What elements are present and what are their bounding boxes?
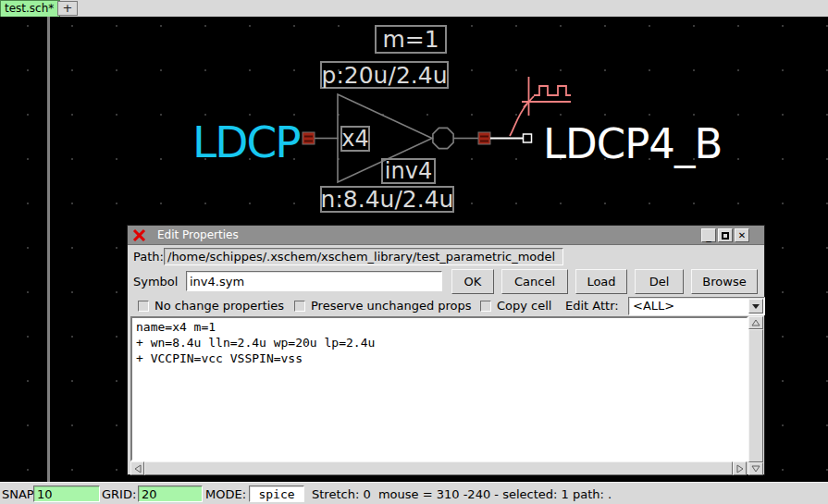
no-change-properties-checkbox[interactable]	[138, 301, 149, 312]
close-button[interactable]: ✕	[735, 228, 749, 242]
xschem-logo-icon	[132, 228, 146, 242]
maximize-icon	[722, 232, 729, 240]
scroll-left-icon[interactable]	[130, 461, 144, 475]
horizontal-scrollbar[interactable]	[130, 461, 747, 475]
no-change-properties-label: No change properties	[154, 299, 284, 313]
edit-properties-dialog: Edit Properties _ ✕ Path: /home/schippes…	[127, 225, 765, 475]
status-bar: SNAP: GRID: MODE: Stretch: 0 mouse = 310…	[0, 482, 828, 504]
snap-input[interactable]	[33, 486, 100, 502]
param-label-m[interactable]: m=1	[375, 25, 447, 54]
input-pin	[303, 132, 315, 144]
status-info-text: Stretch: 0 mouse = 310 -240 - selected: …	[312, 487, 612, 501]
new-tab-button[interactable]: +	[57, 1, 78, 16]
vertical-scrollbar[interactable]	[748, 316, 763, 475]
preserve-unchanged-props-checkbox[interactable]	[294, 301, 305, 312]
edit-attr-dropdown[interactable]: <ALL>	[628, 297, 765, 315]
grid-input[interactable]	[138, 486, 203, 502]
copy-cell-label: Copy cell	[497, 299, 551, 313]
dialog-titlebar[interactable]: Edit Properties _ ✕	[128, 226, 764, 245]
load-button[interactable]: Load	[575, 269, 627, 294]
minimize-icon: _	[706, 235, 711, 239]
path-label: Path:	[133, 250, 164, 264]
horizontal-scrollbar-thumb[interactable]	[144, 461, 733, 475]
chevron-down-icon[interactable]	[748, 299, 763, 313]
wire-open-end	[524, 134, 532, 142]
del-button[interactable]: Del	[635, 269, 684, 294]
copy-cell-checkbox[interactable]	[480, 301, 491, 312]
param-label-p[interactable]: p:20u/2.4u	[320, 61, 449, 89]
path-value: /home/schippes/.xschem/xschem_library/te…	[164, 248, 563, 265]
inverter-bubble	[433, 128, 453, 148]
ok-button[interactable]: OK	[451, 269, 494, 294]
browse-button[interactable]: Browse	[691, 269, 758, 294]
cancel-button[interactable]: Cancel	[501, 269, 568, 294]
close-icon: ✕	[738, 230, 746, 240]
maximize-button[interactable]	[718, 228, 733, 242]
vertical-scrollbar-thumb[interactable]	[748, 329, 763, 462]
grid-label: GRID:	[102, 487, 136, 501]
preserve-unchanged-props-label: Preserve unchanged props	[311, 299, 472, 313]
mode-input[interactable]	[249, 486, 304, 502]
symbol-label-inv4[interactable]: inv4	[381, 158, 436, 184]
tab-bar: test.sch* +	[0, 0, 828, 17]
symbol-label: Symbol	[133, 275, 178, 289]
net-label-output[interactable]: LDCP4_B	[543, 123, 722, 165]
scroll-up-icon[interactable]	[748, 316, 763, 329]
mode-label: MODE:	[205, 487, 246, 501]
xschem-window: test.sch* +	[0, 0, 828, 504]
edit-attr-label: Edit Attr:	[565, 299, 619, 313]
scroll-down-icon[interactable]	[748, 462, 763, 475]
edit-attr-value: <ALL>	[633, 299, 674, 313]
scroll-right-icon[interactable]	[733, 461, 747, 475]
properties-textarea[interactable]: name=x4 m=1 + wn=8.4u lln=2.4u wp=20u lp…	[130, 316, 748, 461]
param-label-n[interactable]: n:8.4u/2.4u	[320, 186, 454, 213]
minimize-button[interactable]: _	[701, 228, 716, 242]
output-pin	[478, 132, 490, 144]
probe-waveform-icon	[534, 86, 571, 95]
tab-test-sch[interactable]: test.sch*	[0, 0, 60, 17]
net-label-input[interactable]: LDCP	[192, 120, 300, 164]
instance-label-x4[interactable]: x4	[340, 126, 370, 152]
symbol-input[interactable]	[186, 271, 442, 291]
dialog-title: Edit Properties	[157, 228, 239, 241]
probe-curve	[510, 104, 527, 136]
